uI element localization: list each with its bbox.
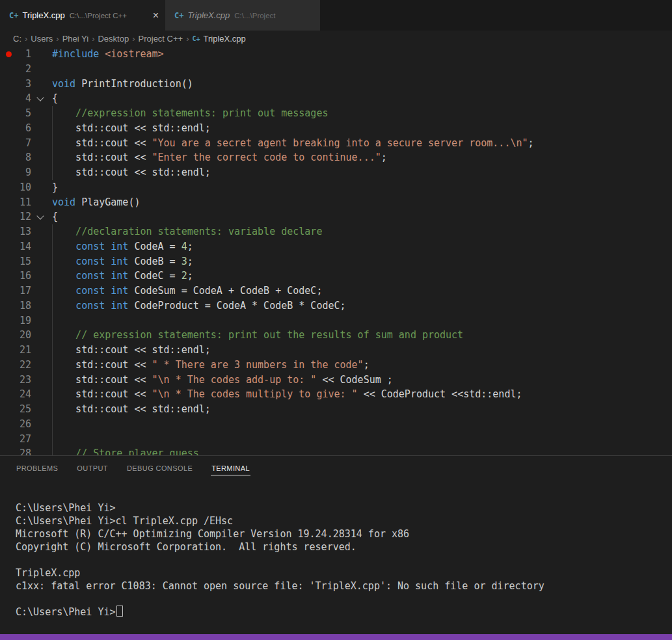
- fold-gutter: [31, 328, 49, 343]
- code-token: " * There are 3 numbers in the code": [152, 359, 364, 371]
- code-editor[interactable]: 1#include <iostream>23void PrintIntroduc…: [0, 47, 672, 455]
- code-line: 26: [0, 417, 672, 432]
- editor-tab-bar: C+TripleX.cppC:\...\Project C++×C+Triple…: [0, 0, 672, 31]
- panel-tab-terminal[interactable]: TERMINAL: [211, 457, 250, 480]
- close-icon[interactable]: ×: [153, 10, 159, 21]
- code-token: int: [111, 285, 128, 297]
- code-text: std::cout << std::endl;: [49, 121, 672, 136]
- line-number: 28: [17, 446, 31, 455]
- breakpoint-gutter: [0, 91, 17, 106]
- breakpoint-gutter: [0, 328, 17, 343]
- terminal-line: C:\Users\Phei Yi>cl TripleX.cpp /EHsc: [16, 514, 672, 527]
- code-token: {: [52, 211, 58, 222]
- code-text: [49, 62, 672, 77]
- breakpoint-gutter: [0, 106, 17, 121]
- breakpoint-gutter: [0, 343, 17, 358]
- code-line: 24 std::cout << "\n * The codes multiply…: [0, 387, 672, 402]
- fold-gutter: [31, 224, 49, 239]
- breadcrumb-item[interactable]: Project C++: [139, 34, 183, 44]
- code-line: 28 // Store player guess: [0, 446, 672, 455]
- code-text: std::cout << "Enter the correct code to …: [49, 150, 672, 165]
- code-token: #include: [52, 48, 99, 60]
- line-number: 24: [17, 387, 31, 402]
- code-line: 22 std::cout << " * There are 3 numbers …: [0, 358, 672, 373]
- code-text: std::cout << "\n * The codes multiply to…: [49, 387, 672, 402]
- code-token: [105, 256, 111, 267]
- code-text: //declaration statements: variable decla…: [49, 224, 672, 239]
- breadcrumb-item[interactable]: Users: [31, 34, 53, 44]
- breadcrumb-item-label: TripleX.cpp: [204, 34, 246, 44]
- code-line: 7 std::cout << "You are a secret agent b…: [0, 136, 672, 151]
- panel-tab-problems[interactable]: PROBLEMS: [16, 457, 59, 480]
- breadcrumb-item[interactable]: Phei Yi: [62, 34, 88, 44]
- line-number: 23: [17, 373, 31, 388]
- code-token: // Store player guess: [52, 447, 199, 455]
- editor-tab-2[interactable]: C+TripleX.cppC:\...\Project: [165, 0, 320, 31]
- code-token: [99, 48, 105, 60]
- breakpoint-gutter: [0, 195, 17, 210]
- terminal-output[interactable]: C:\Users\Phei Yi>C:\Users\Phei Yi>cl Tri…: [0, 481, 672, 634]
- line-number: 21: [17, 343, 31, 358]
- code-token: PlayGame(): [75, 196, 140, 208]
- fold-gutter: [31, 62, 49, 77]
- code-token: <iostream>: [105, 48, 163, 60]
- line-number: 8: [17, 150, 31, 165]
- code-token: {: [52, 92, 58, 104]
- fold-gutter: [31, 77, 49, 92]
- editor-tab-1[interactable]: C+TripleX.cppC:\...\Project C++×: [0, 0, 165, 31]
- fold-gutter: [31, 269, 49, 284]
- code-text: const int CodeA = 4;: [49, 239, 672, 254]
- terminal-cursor: [116, 606, 123, 617]
- breakpoint-gutter: [0, 121, 17, 136]
- code-line: 25 std::cout << std::endl;: [0, 402, 672, 417]
- breadcrumb-item[interactable]: C+TripleX.cpp: [193, 34, 246, 44]
- code-token: [52, 300, 75, 312]
- code-line: 1#include <iostream>: [0, 47, 672, 62]
- code-token: ;: [364, 359, 370, 371]
- code-token: [105, 300, 111, 312]
- chevron-down-icon[interactable]: [36, 94, 44, 101]
- breakpoint-gutter: [0, 313, 17, 328]
- code-token: //declaration statements: variable decla…: [52, 226, 322, 237]
- breadcrumb-item[interactable]: Desktop: [98, 34, 129, 44]
- code-token: std::cout <<: [52, 359, 152, 371]
- code-token: CodeA =: [128, 241, 181, 252]
- code-token: void: [52, 78, 75, 90]
- panel-tab-output[interactable]: OUTPUT: [76, 457, 109, 480]
- code-token: "Enter the correct code to continue...": [152, 152, 381, 163]
- terminal-line: [16, 593, 672, 606]
- code-token: "\n * The codes add-up to: ": [152, 374, 317, 386]
- code-token: //expression statements: print out messa…: [52, 107, 328, 119]
- breadcrumb-item[interactable]: C:: [13, 34, 21, 44]
- code-token: const: [75, 300, 105, 312]
- fold-gutter: [31, 402, 49, 417]
- fold-gutter: [31, 150, 49, 165]
- code-token: CodeSum = CodeA + CodeB + CodeC;: [128, 285, 322, 297]
- breakpoint-gutter: [0, 432, 17, 447]
- breakpoint-dot[interactable]: [6, 51, 12, 57]
- chevron-down-icon[interactable]: [36, 212, 44, 219]
- code-token: [105, 270, 111, 282]
- panel-tab-debug-console[interactable]: DEBUG CONSOLE: [126, 457, 193, 480]
- code-token: ;: [528, 137, 534, 149]
- chevron-right-icon: ›: [186, 34, 189, 44]
- code-text: std::cout << "\n * The codes add-up to: …: [49, 373, 672, 388]
- code-token: CodeProduct = CodeA * CodeB * CodeC;: [128, 300, 345, 312]
- breakpoint-gutter: [0, 269, 17, 284]
- breakpoint-gutter: [0, 254, 17, 269]
- line-number: 12: [17, 209, 31, 224]
- cpp-file-icon: C+: [174, 11, 183, 20]
- code-line: 21 std::cout << std::endl;: [0, 343, 672, 358]
- cpp-file-icon: C+: [193, 35, 200, 42]
- breakpoint-gutter: [0, 136, 17, 151]
- fold-gutter: [31, 195, 49, 210]
- line-number: 5: [17, 106, 31, 121]
- code-token: std::cout <<: [52, 152, 152, 163]
- code-line: 8 std::cout << "Enter the correct code t…: [0, 150, 672, 165]
- line-number: 6: [17, 121, 31, 136]
- line-number: 14: [17, 239, 31, 254]
- terminal-line: [16, 553, 672, 567]
- code-token: std::cout << std::endl;: [52, 344, 211, 356]
- breakpoint-gutter: [0, 62, 17, 77]
- code-token: 3: [181, 256, 187, 267]
